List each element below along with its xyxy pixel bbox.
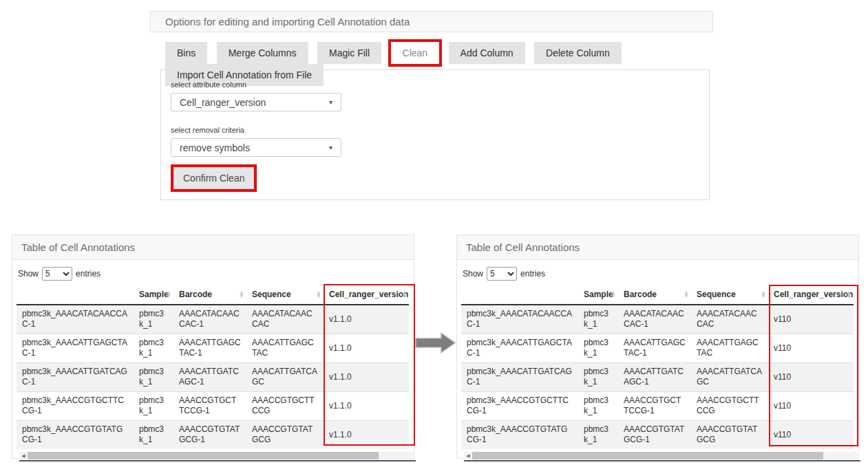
page: Options for editing and importing Cell A… <box>0 0 868 467</box>
table-header-row: Sample▲▼ Barcode▲▼ Sequence▲▼ Cell_range… <box>461 285 854 305</box>
table-row: pbmc3k_AAACATTGAGCTAC-1 pbmc3k_1 AAACATT… <box>461 334 854 362</box>
table-panel-before-title: Table of Cell Annotations <box>12 235 414 260</box>
tab-delete-column[interactable]: Delete Column <box>534 42 622 64</box>
cell-sample: pbmc3k_1 <box>578 305 618 334</box>
cell-barcode: AAACATTGATCAGC-1 <box>618 362 691 391</box>
table-header-row: Sample▲▼ Barcode▲▼ Sequence▲▼ Cell_range… <box>17 285 409 305</box>
col-header-barcode[interactable]: Barcode▲▼ <box>618 285 691 305</box>
cell-version: v110 <box>768 391 854 420</box>
options-panel-title: Options for editing and importing Cell A… <box>150 11 713 32</box>
tab-clean[interactable]: Clean <box>391 42 440 64</box>
cell-sequence: AAACATACAACCAC <box>691 305 768 334</box>
table-row: pbmc3k_AAACATACAACCAC-1 pbmc3k_1 AAACATA… <box>461 305 854 334</box>
cell-barcode: AAACCGTGTATGCG-1 <box>618 420 691 449</box>
table-row: pbmc3k_AAACATTGATCAGC-1 pbmc3k_1 AAACATT… <box>17 362 409 391</box>
cell-sample: pbmc3k_1 <box>134 305 173 334</box>
cell-sequence: AAACATTGATCAGC <box>246 362 324 391</box>
table-panel-after-title: Table of Cell Annotations <box>457 235 858 260</box>
cell-barcode: AAACATTGATCAGC-1 <box>173 362 246 391</box>
horizontal-scrollbar[interactable]: ◀ <box>464 452 858 459</box>
cell-rowname: pbmc3k_AAACCGTGTATGCG-1 <box>17 420 134 449</box>
cell-sequence: AAACCGTGTATGCG <box>691 420 768 449</box>
col-header-sequence[interactable]: Sequence▲▼ <box>691 285 768 305</box>
cell-barcode: AAACCGTGTATGCG-1 <box>173 420 246 449</box>
cell-version: v1.1.0 <box>324 334 409 362</box>
table-panel-before: Table of Cell Annotations Show 5 entries… <box>12 235 414 459</box>
tab-add-column[interactable]: Add Column <box>449 42 525 64</box>
scrollbar-thumb[interactable] <box>472 452 823 459</box>
cell-sample: pbmc3k_1 <box>134 334 173 362</box>
table-row: pbmc3k_AAACATACAACCAC-1 pbmc3k_1 AAACATA… <box>17 305 409 334</box>
cell-sample: pbmc3k_1 <box>134 362 173 391</box>
entries-label: entries <box>76 269 100 279</box>
tab-magic-fill[interactable]: Magic Fill <box>317 42 381 64</box>
cell-annotation-table-before: Sample▲▼ Barcode▲▼ Sequence▲▼ Cell_range… <box>17 285 409 449</box>
sort-icon: ▲▼ <box>846 291 851 298</box>
caret-down-icon: ▾ <box>329 98 332 106</box>
cell-rowname: pbmc3k_AAACATTGATCAGC-1 <box>461 362 578 391</box>
sort-icon: ▲▼ <box>611 291 616 298</box>
cell-barcode: AAACCGTGCTTCCG-1 <box>618 391 691 420</box>
sort-icon: ▲▼ <box>239 291 244 298</box>
cell-sample: pbmc3k_1 <box>578 420 618 449</box>
cell-annotation-table-after: Sample▲▼ Barcode▲▼ Sequence▲▼ Cell_range… <box>461 285 854 449</box>
table-row: pbmc3k_AAACCGTGCTTCCG-1 pbmc3k_1 AAACCGT… <box>461 391 854 420</box>
cell-barcode: AAACCGTGCTTCCG-1 <box>173 391 246 420</box>
cell-rowname: pbmc3k_AAACATTGATCAGC-1 <box>17 362 134 391</box>
cell-sequence: AAACCGTGCTTCCG <box>246 391 324 420</box>
cell-version: v110 <box>768 362 854 391</box>
col-header-barcode[interactable]: Barcode▲▼ <box>173 285 246 305</box>
cell-sequence: AAACATTGAGCTAC <box>246 334 324 362</box>
col-header-version[interactable]: Cell_ranger_version▲▼ <box>768 285 854 305</box>
sort-icon: ▲▼ <box>316 291 321 298</box>
sort-icon: ▲▼ <box>166 291 171 298</box>
col-header-rowname <box>461 285 578 305</box>
cell-version: v110 <box>768 334 854 362</box>
col-header-sample[interactable]: Sample▲▼ <box>578 285 618 305</box>
cell-version: v1.1.0 <box>324 362 409 391</box>
scrollbar-thumb[interactable] <box>28 452 379 459</box>
cell-sample: pbmc3k_1 <box>578 362 618 391</box>
cell-rowname: pbmc3k_AAACCGTGCTTCCG-1 <box>17 391 134 420</box>
show-label: Show <box>18 269 39 279</box>
cell-barcode: AAACATTGAGCTAC-1 <box>173 334 246 362</box>
removal-criteria-label: select removal criteria <box>171 126 709 134</box>
table-row: pbmc3k_AAACCGTGTATGCG-1 pbmc3k_1 AAACCGT… <box>17 420 409 449</box>
col-header-version[interactable]: Cell_ranger_version▲▼ <box>324 285 409 305</box>
cell-sample: pbmc3k_1 <box>134 420 173 449</box>
table-row: pbmc3k_AAACCGTGCTTCCG-1 pbmc3k_1 AAACCGT… <box>17 391 409 420</box>
table-row: pbmc3k_AAACATTGAGCTAC-1 pbmc3k_1 AAACATT… <box>17 334 409 362</box>
removal-criteria-select[interactable]: remove symbols ▾ <box>171 138 341 157</box>
page-size-select[interactable]: 5 <box>487 267 517 281</box>
cell-sequence: AAACCGTGCTTCCG <box>691 391 768 420</box>
cell-rowname: pbmc3k_AAACCGTGTATGCG-1 <box>461 420 578 449</box>
cell-barcode: AAACATACAACCAC-1 <box>618 305 691 334</box>
show-label: Show <box>463 269 483 279</box>
sort-icon: ▲▼ <box>761 291 766 298</box>
page-size-select[interactable]: 5 <box>42 267 72 281</box>
scroll-left-icon[interactable]: ◀ <box>19 453 28 459</box>
table-bottom-border <box>19 460 416 461</box>
col-header-sequence[interactable]: Sequence▲▼ <box>246 285 324 305</box>
attribute-column-value: Cell_ranger_version <box>180 97 266 108</box>
cell-sample: pbmc3k_1 <box>134 391 173 420</box>
tab-merge-columns[interactable]: Merge Columns <box>217 42 308 64</box>
options-tabs: Bins Merge Columns Magic Fill Clean Add … <box>165 42 713 65</box>
sort-icon: ▲▼ <box>684 291 689 298</box>
options-panel: Options for editing and importing Cell A… <box>150 11 713 200</box>
scroll-left-icon[interactable]: ◀ <box>464 453 472 459</box>
cell-version: v1.1.0 <box>324 305 409 334</box>
table-panel-after-body: Show 5 entries Sample▲▼ Barcode▲▼ Sequen… <box>457 260 858 461</box>
col-header-rowname <box>17 285 134 305</box>
cell-barcode: AAACATACAACCAC-1 <box>173 305 246 334</box>
caret-down-icon: ▾ <box>329 144 332 151</box>
attribute-column-select[interactable]: Cell_ranger_version ▾ <box>171 93 341 111</box>
table-bottom-border <box>464 460 860 461</box>
col-header-sample[interactable]: Sample▲▼ <box>134 285 173 305</box>
confirm-clean-button[interactable]: Confirm Clean <box>173 167 254 189</box>
horizontal-scrollbar[interactable]: ◀ <box>19 452 413 459</box>
show-entries-row: Show 5 entries <box>18 267 414 281</box>
cell-version: v1.1.0 <box>324 391 409 420</box>
tab-bins[interactable]: Bins <box>165 42 207 64</box>
table-row: pbmc3k_AAACATTGATCAGC-1 pbmc3k_1 AAACATT… <box>461 362 854 391</box>
